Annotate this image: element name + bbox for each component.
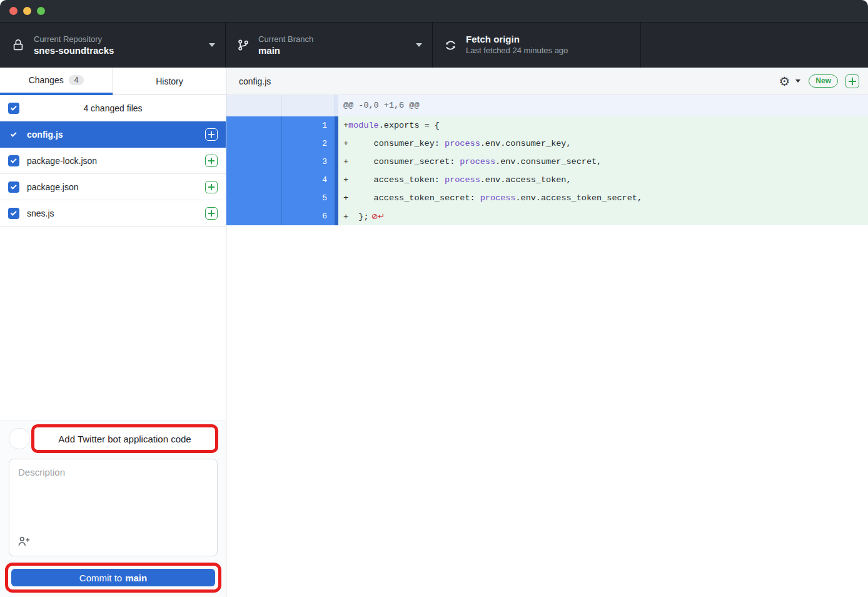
sync-icon: [444, 39, 457, 52]
file-checkbox[interactable]: [8, 129, 19, 140]
diff-gutter-old[interactable]: [226, 207, 282, 225]
current-repository-dropdown[interactable]: Current Repository snes-soundtracks: [0, 23, 226, 68]
fetch-origin-text: Fetch origin Last fetched 24 minutes ago: [466, 34, 630, 56]
commit-button-label: Commit to: [79, 573, 122, 583]
diff-code-line: + consumer_secret: process.env.consumer_…: [338, 153, 868, 171]
diff-line-number[interactable]: 5: [282, 189, 335, 207]
diff-line[interactable]: 1+module.exports = {: [226, 116, 868, 135]
code-segment: + };: [343, 212, 369, 222]
commit-area: Add Twitter bot application code Descrip…: [0, 421, 226, 597]
changed-files-header[interactable]: 4 changed files: [0, 95, 226, 121]
code-segment: + access_token_secret:: [343, 193, 480, 203]
add-coauthor-icon[interactable]: [17, 534, 31, 551]
changed-file-list: config.jspackage-lock.jsonpackage.jsonsn…: [0, 121, 226, 421]
tab-history-label: History: [156, 76, 183, 86]
code-segment: .env.consumer_key,: [480, 139, 572, 148]
file-checkbox[interactable]: [8, 181, 19, 193]
code-segment: process: [460, 157, 495, 166]
code-segment: .env.access_token_secret,: [515, 193, 642, 203]
commit-button[interactable]: Commit to main: [11, 569, 215, 586]
diff-code-line: + access_token_secret: process.env.acces…: [338, 189, 868, 207]
diff-controls: ⚙ New: [779, 74, 859, 88]
commit-button-branch: main: [125, 573, 147, 583]
diff-gutter-old[interactable]: [226, 135, 282, 153]
expand-diff-plus-icon[interactable]: [845, 74, 859, 88]
diff-line[interactable]: 3+ consumer_secret: process.env.consumer…: [226, 153, 868, 171]
file-row[interactable]: package.json: [0, 174, 226, 200]
commit-summary-input[interactable]: Add Twitter bot application code: [58, 434, 191, 444]
hunk-gutter-old: [226, 95, 282, 116]
diff-code-line: + }; ⊘↵: [338, 207, 868, 225]
zoom-window-button[interactable]: [37, 7, 45, 15]
file-row[interactable]: config.js: [0, 121, 226, 148]
changed-files-count: 4 changed files: [0, 103, 226, 113]
include-file-plus-icon[interactable]: [205, 155, 218, 167]
file-checkbox[interactable]: [8, 155, 19, 166]
include-file-plus-icon[interactable]: [205, 181, 218, 193]
diff-gutter-old[interactable]: [226, 171, 282, 189]
chevron-down-icon: [209, 43, 215, 47]
tab-history[interactable]: History: [113, 68, 226, 95]
current-repository-value: snes-soundtracks: [34, 45, 209, 56]
tab-changes-label: Changes: [29, 75, 64, 85]
changes-count-badge: 4: [69, 75, 84, 85]
chevron-down-icon[interactable]: [795, 79, 800, 83]
gear-icon[interactable]: ⚙: [779, 75, 790, 88]
diff-gutter-old[interactable]: [226, 189, 282, 207]
code-segment: .exports = {: [379, 121, 440, 130]
file-row[interactable]: snes.js: [0, 200, 226, 227]
fetch-origin-label: Fetch origin: [466, 34, 630, 44]
code-segment: .env.consumer_secret,: [495, 157, 602, 166]
diff-line[interactable]: 2+ consumer_key: process.env.consumer_ke…: [226, 135, 868, 153]
diff-line-number[interactable]: 2: [282, 135, 335, 153]
file-row[interactable]: package-lock.json: [0, 148, 226, 174]
minimize-window-button[interactable]: [23, 7, 31, 15]
code-segment: .env.access_token,: [480, 175, 572, 185]
current-branch-text: Current Branch main: [258, 34, 416, 56]
commit-description-input[interactable]: Description: [9, 459, 218, 556]
titlebar: [0, 0, 868, 23]
close-window-button[interactable]: [9, 7, 18, 15]
current-repository-text: Current Repository snes-soundtracks: [34, 34, 209, 56]
fetch-origin-status: Last fetched 24 minutes ago: [466, 46, 630, 55]
include-file-plus-icon[interactable]: [205, 207, 218, 220]
include-file-plus-icon[interactable]: [205, 128, 218, 141]
diff-header: config.js ⚙ New: [226, 68, 868, 95]
annotation-box-summary: Add Twitter bot application code: [31, 424, 218, 453]
fetch-origin-button[interactable]: Fetch origin Last fetched 24 minutes ago: [433, 23, 641, 68]
file-name: snes.js: [27, 208, 198, 218]
avatar: [9, 428, 30, 449]
git-branch-icon: [237, 39, 250, 51]
current-repository-label: Current Repository: [34, 34, 209, 44]
hunk-header-row: @@ -0,0 +1,6 @@: [226, 95, 868, 116]
diff-pane: config.js ⚙ New @@ -0,0 +1,6 @@ 1+module…: [226, 68, 868, 597]
file-checkbox[interactable]: [8, 208, 19, 219]
code-segment: + consumer_secret:: [343, 157, 460, 166]
check-icon: [10, 183, 16, 190]
diff-line[interactable]: 5+ access_token_secret: process.env.acce…: [226, 189, 868, 207]
tab-changes[interactable]: Changes 4: [0, 68, 113, 95]
toolbar: Current Repository snes-soundtracks Curr…: [0, 23, 868, 68]
diff-line[interactable]: 4+ access_token: process.env.access_toke…: [226, 171, 868, 189]
diff-line-number[interactable]: 4: [282, 171, 335, 189]
diff-code-line: + access_token: process.env.access_token…: [338, 171, 868, 189]
file-name: package.json: [27, 182, 198, 192]
chevron-down-icon: [416, 43, 422, 47]
code-segment: process: [445, 175, 480, 185]
toolbar-spacer: [641, 23, 868, 68]
check-icon: [10, 210, 16, 216]
file-name: config.js: [27, 130, 198, 140]
current-branch-value: main: [258, 45, 416, 56]
diff-line-number[interactable]: 1: [282, 116, 335, 135]
current-branch-dropdown[interactable]: Current Branch main: [226, 23, 433, 68]
code-segment: process: [480, 193, 516, 203]
check-icon: [10, 131, 16, 137]
diff-gutter-old[interactable]: [226, 153, 282, 171]
description-placeholder: Description: [9, 459, 217, 485]
diff-line-number[interactable]: 6: [282, 207, 335, 225]
file-name: package-lock.json: [27, 156, 198, 166]
diff-gutter-old[interactable]: [226, 116, 282, 135]
diff-line[interactable]: 6+ }; ⊘↵: [226, 207, 868, 225]
diff-line-number[interactable]: 3: [282, 153, 335, 171]
app-window: Current Repository snes-soundtracks Curr…: [0, 0, 868, 597]
